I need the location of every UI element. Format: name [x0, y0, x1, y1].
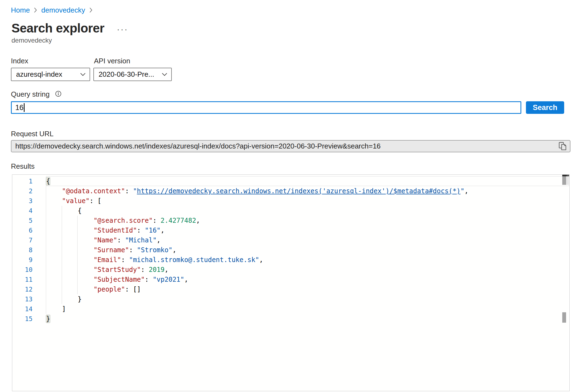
code-token: :	[129, 246, 137, 254]
line-number: 7	[12, 235, 32, 245]
index-label: Index	[11, 57, 28, 65]
line-number: 4	[12, 206, 32, 216]
copy-button[interactable]	[558, 142, 567, 151]
code-token: "@search.score"	[93, 217, 153, 224]
request-url-label: Request URL	[11, 130, 54, 138]
code-line: "Name": "Michal",	[46, 235, 468, 245]
code-line: "StudentId": "16",	[46, 225, 468, 235]
code-line: }	[46, 294, 468, 304]
code-token: :	[121, 256, 129, 264]
code-token: :	[117, 236, 125, 244]
line-number: 12	[12, 284, 32, 294]
chevron-right-icon	[89, 7, 93, 13]
code-token: "	[133, 187, 137, 195]
api-version-select[interactable]: 2020-06-30-Pre...	[93, 68, 172, 81]
code-token: ,	[161, 227, 164, 234]
chevron-down-icon	[80, 73, 85, 76]
code-line: "@search.score": 2.4277482,	[46, 216, 468, 225]
page-title: Search explorer	[11, 21, 104, 35]
query-string-value: 16	[15, 103, 23, 112]
code-token: "vp2021"	[153, 276, 184, 283]
code-line: "StartStudy": 2019,	[46, 265, 468, 275]
code-line: ]	[46, 304, 468, 314]
search-button[interactable]: Search	[526, 101, 564, 114]
code-token: ,	[196, 217, 200, 224]
code-token: ,	[157, 236, 161, 244]
chevron-right-icon	[34, 7, 37, 13]
code-token: : [	[90, 197, 101, 205]
code-token: "	[460, 187, 464, 195]
request-url-value: https://demovedecky.search.windows.net/i…	[15, 142, 381, 150]
gutter: 123456789101112131415	[12, 176, 32, 324]
code-line: "Surname": "Stromko",	[46, 245, 468, 255]
code-token: "SubjectName"	[93, 276, 145, 283]
line-number: 9	[12, 255, 32, 265]
code-token: "Stromko"	[137, 246, 172, 254]
code-token: "people"	[93, 286, 125, 293]
line-number: 13	[12, 294, 32, 304]
code-line: "SubjectName": "vp2021",	[46, 275, 468, 284]
line-number: 3	[12, 196, 32, 206]
code-line: {	[46, 176, 468, 186]
line-number: 5	[12, 216, 32, 225]
code-lines: { "@odata.context": "https://demovedecky…	[46, 176, 468, 324]
code-token: 2019	[149, 266, 165, 274]
text-cursor	[24, 103, 25, 112]
code-token: 2.4277482	[161, 217, 196, 224]
code-token: ,	[259, 256, 263, 264]
code-token: "michal.stromko@.student.tuke.sk"	[129, 256, 259, 264]
code-line: }	[46, 314, 468, 324]
index-select[interactable]: azuresql-index	[11, 68, 90, 81]
code-line: {	[46, 206, 468, 216]
line-number: 6	[12, 225, 32, 235]
request-url-field[interactable]: https://demovedecky.search.windows.net/i…	[11, 140, 570, 152]
copy-icon	[558, 148, 567, 152]
code-token: :	[153, 217, 161, 224]
code-token: "Surname"	[93, 246, 129, 254]
code-token: "StartStudy"	[93, 266, 141, 274]
code-token: ,	[172, 246, 176, 254]
code-line: "people": []	[46, 284, 468, 294]
scrollbar-track[interactable]	[566, 176, 569, 185]
odata-context-link[interactable]: https://demovedecky.search.windows.net/i…	[137, 187, 460, 195]
code-token: ,	[464, 187, 468, 195]
code-token: {	[78, 207, 82, 215]
code-token: "Michal"	[125, 236, 157, 244]
query-string-label: Query string	[11, 90, 50, 99]
code-token: ,	[184, 276, 188, 283]
code-token: :	[141, 266, 149, 274]
scrollbar-thumb-lower[interactable]	[562, 312, 566, 323]
api-version-label: API version	[94, 57, 130, 65]
code-line: "value": [	[46, 196, 468, 206]
info-icon[interactable]	[55, 91, 61, 97]
index-select-value: azuresql-index	[16, 70, 62, 79]
line-number: 2	[12, 186, 32, 196]
breadcrumb: Home demovedecky	[11, 6, 93, 14]
code-token: :	[137, 227, 145, 234]
results-editor[interactable]: 123456789101112131415 { "@odata.context"…	[12, 174, 570, 391]
line-number: 8	[12, 245, 32, 255]
code-token: ,	[164, 266, 168, 274]
code-token: :	[145, 276, 153, 283]
code-token: ]	[62, 305, 66, 313]
breadcrumb-home[interactable]: Home	[11, 6, 30, 14]
chevron-down-icon	[162, 73, 167, 76]
code-token: {	[46, 177, 50, 185]
line-number: 1	[12, 176, 32, 186]
code-token: "StudentId"	[93, 227, 137, 234]
code-token: }	[78, 295, 82, 303]
query-string-input[interactable]: 16	[11, 101, 521, 114]
code-token: "Email"	[93, 256, 121, 264]
code-line: "@odata.context": "https://demovedecky.s…	[46, 186, 468, 196]
scrollbar-thumb[interactable]	[562, 176, 566, 185]
line-number: 15	[12, 314, 32, 324]
results-label: Results	[11, 162, 35, 171]
code-token: }	[46, 315, 50, 323]
code-token: "@odata.context"	[62, 187, 125, 195]
code-token: "16"	[145, 227, 161, 234]
line-number: 11	[12, 275, 32, 284]
line-number: 14	[12, 304, 32, 314]
code-token: : []	[125, 286, 141, 293]
breadcrumb-demovedecky[interactable]: demovedecky	[41, 6, 85, 14]
ellipsis-icon[interactable]: ···	[117, 25, 128, 34]
